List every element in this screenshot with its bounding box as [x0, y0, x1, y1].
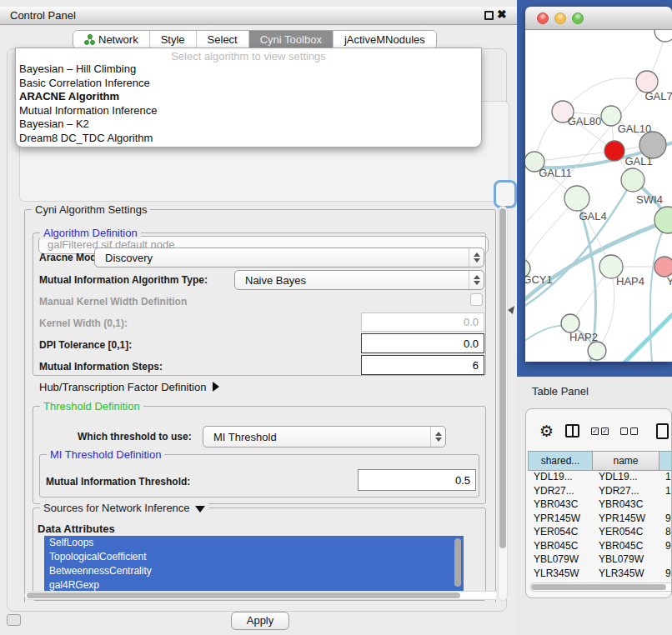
settings-horizontal-scrollbar[interactable]: [24, 591, 496, 600]
manual-kernel-checkbox[interactable]: [470, 293, 483, 306]
table-cell: YDR27...: [528, 485, 593, 499]
algorithm-combo-fragment[interactable]: [494, 180, 517, 208]
hub-definition-label: Hub/Transcription Factor Definition: [39, 381, 206, 393]
table-row[interactable]: YBL079WYBL079W: [528, 553, 672, 568]
combo-value: Discovery: [95, 252, 469, 264]
close-traffic-light[interactable]: [537, 12, 549, 24]
attribute-item[interactable]: SelfLoops: [44, 536, 464, 550]
sources-toggle[interactable]: Sources for Network Inference: [40, 502, 208, 514]
close-icon[interactable]: ✖: [497, 8, 507, 21]
node-label-hap2: HAP2: [569, 331, 598, 343]
tab-select[interactable]: Select: [196, 31, 248, 48]
network-edge[interactable]: [563, 78, 647, 112]
network-window-titlebar[interactable]: [525, 7, 672, 30]
new-table-icon[interactable]: [656, 423, 669, 439]
attribute-item[interactable]: BetweennessCentrality: [44, 564, 464, 578]
stepper-icon[interactable]: [469, 248, 484, 267]
column-header-name[interactable]: name: [593, 451, 659, 471]
panel-grip-icon[interactable]: [7, 614, 21, 626]
table-row[interactable]: YPR145WYPR145W9.: [528, 512, 672, 527]
kernel-width-field[interactable]: [361, 312, 484, 332]
right-side: GAL7GAL80GAL10GAL1GAL11SWI4GAL4GCY1HAP4Y…: [517, 0, 672, 635]
group-title: Threshold Definition: [40, 400, 143, 412]
network-edge[interactable]: [597, 267, 614, 351]
table-cell: YLR345W: [528, 568, 593, 582]
network-canvas[interactable]: GAL7GAL80GAL10GAL1GAL11SWI4GAL4GCY1HAP4Y…: [525, 30, 672, 362]
checked-boxes-icon[interactable]: ✓✓: [591, 428, 609, 435]
tab-network[interactable]: Network: [73, 31, 149, 48]
table-cell: YBR043C: [593, 498, 659, 512]
table-panel-title: Table Panel: [532, 385, 589, 398]
apply-button[interactable]: Apply: [231, 612, 289, 630]
tab-cyni-toolbox[interactable]: Cyni Toolbox: [248, 31, 333, 48]
cyni-settings-scroll-area: Cyni Algorithm Settings Algorithm Defini…: [19, 204, 496, 602]
table-cell: YDR27...: [593, 485, 659, 499]
algorithm-option-dream8-dc-tdc-algorithm[interactable]: Dream8 DC_TDC Algorithm: [16, 132, 481, 146]
attribute-item[interactable]: TopologicalCoefficient: [44, 550, 464, 564]
algorithm-option-aracne-algorithm[interactable]: ARACNE Algorithm: [16, 90, 481, 104]
stepper-icon[interactable]: [469, 271, 484, 289]
network-node[interactable]: [654, 207, 672, 233]
unchecked-boxes-icon[interactable]: [620, 428, 638, 435]
control-panel-titlebar: Control Panel ✖: [0, 6, 517, 25]
mi-steps-field[interactable]: [361, 355, 484, 375]
zoom-traffic-light[interactable]: [572, 12, 584, 24]
dpi-tolerance-field[interactable]: [361, 333, 484, 353]
tab-jactivemnodules[interactable]: jActiveMNodules: [333, 31, 436, 48]
scrollbar-thumb[interactable]: [27, 592, 460, 598]
mi-threshold-field[interactable]: [358, 469, 476, 491]
table-cell: YPR145W: [593, 512, 659, 527]
settings-vertical-scrollbar[interactable]: [498, 206, 508, 601]
control-panel: Control Panel ✖ NetworkStyleSelectCyni T…: [0, 0, 517, 635]
aracne-mode-combo[interactable]: Discovery: [94, 248, 484, 268]
network-node[interactable]: [654, 257, 672, 277]
network-edge[interactable]: [525, 198, 577, 268]
algorithm-option-basic-correlation-inference[interactable]: Basic Correlation Inference: [16, 77, 481, 91]
table-cell: 9.: [659, 512, 672, 527]
network-edge[interactable]: [534, 151, 614, 162]
which-threshold-combo[interactable]: MI Threshold: [203, 426, 446, 448]
network-node[interactable]: [621, 168, 644, 192]
tab-label: Style: [161, 33, 185, 46]
table-row[interactable]: YBR043CYBR043C: [528, 498, 672, 512]
float-window-icon[interactable]: [484, 11, 494, 20]
table-cell: YLR345W: [593, 568, 659, 582]
gear-icon[interactable]: ⚙: [539, 423, 554, 439]
scrollbar-thumb[interactable]: [531, 584, 666, 590]
split-columns-icon[interactable]: [565, 424, 579, 438]
algorithm-option-bayesian-hill-climbing[interactable]: Bayesian – Hill Climbing: [16, 62, 481, 77]
column-header-a[interactable]: A: [659, 451, 672, 471]
group-title: Algorithm Definition: [40, 227, 141, 239]
mi-type-combo[interactable]: Naive Bayes: [234, 270, 484, 290]
network-node[interactable]: [604, 141, 624, 161]
mi-threshold-label: Mutual Information Threshold:: [46, 476, 190, 488]
network-node[interactable]: [564, 186, 589, 211]
stepper-icon[interactable]: [430, 427, 445, 447]
table-row[interactable]: YLR345WYLR345W9.: [528, 568, 672, 582]
network-node[interactable]: [561, 314, 579, 332]
list-scrollbar-thumb[interactable]: [454, 538, 461, 587]
algorithm-option-mutual-information-inference[interactable]: Mutual Information Inference: [16, 104, 481, 118]
column-header-shared[interactable]: shared...: [528, 451, 593, 471]
attribute-item[interactable]: gal4RGexp: [44, 578, 464, 591]
network-edge[interactable]: [624, 310, 672, 362]
network-icon: [84, 34, 95, 45]
table-row[interactable]: YDR27...YDR27...12: [528, 485, 672, 499]
network-node[interactable]: [654, 30, 672, 42]
data-attributes-list[interactable]: SelfLoopsTopologicalCoefficientBetweenne…: [44, 536, 464, 591]
scrollbar-thumb[interactable]: [499, 208, 506, 548]
network-view-window[interactable]: GAL7GAL80GAL10GAL1GAL11SWI4GAL4GCY1HAP4Y…: [525, 7, 672, 362]
mi-steps-label: Mutual Information Steps:: [39, 361, 163, 372]
table-horizontal-scrollbar[interactable]: [529, 582, 672, 592]
table-row[interactable]: YDL19...YDL19...13: [528, 471, 672, 485]
table-row[interactable]: YER054CYER054C8.: [528, 526, 672, 540]
network-edge[interactable]: [650, 220, 668, 362]
hub-definition-toggle[interactable]: Hub/Transcription Factor Definition: [39, 381, 219, 393]
algorithm-option-bayesian-k2[interactable]: Bayesian – K2: [16, 118, 481, 132]
table-row[interactable]: YBR045CYBR045C9.: [528, 540, 672, 554]
node-label-gal10: GAL10: [618, 122, 651, 135]
tab-style[interactable]: Style: [149, 31, 196, 48]
node-label-gal80: GAL80: [568, 115, 601, 128]
network-node[interactable]: [588, 342, 606, 360]
minimize-traffic-light[interactable]: [554, 12, 566, 24]
